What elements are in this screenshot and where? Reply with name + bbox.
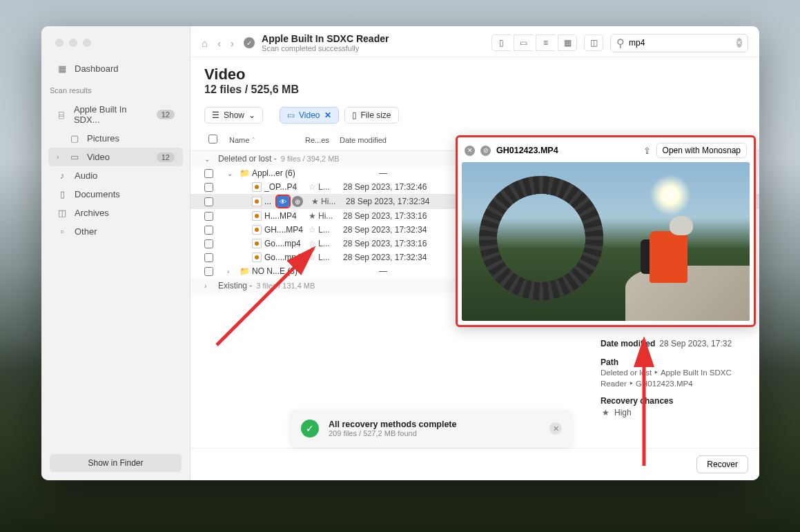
- recovery-chances-value: High: [614, 408, 632, 417]
- panel-toggle-button[interactable]: ◫: [584, 35, 603, 51]
- select-all-checkbox[interactable]: [208, 135, 217, 144]
- home-button[interactable]: ⌂: [202, 37, 208, 49]
- row-checkbox[interactable]: [204, 169, 213, 178]
- sidebar-label: Pictures: [87, 133, 119, 144]
- toast-title: All recovery methods complete: [329, 420, 456, 429]
- bottom-bar: Recover: [191, 448, 759, 480]
- expand-icon[interactable]: ›: [204, 282, 214, 290]
- file-icon: ▫: [57, 226, 68, 237]
- sidebar-label: Audio: [75, 170, 97, 181]
- row-checkbox[interactable]: [204, 197, 213, 206]
- sidebar-item-documents[interactable]: ▯ Documents: [48, 185, 183, 204]
- show-filter-button[interactable]: ☰ Show ⌄: [204, 107, 263, 124]
- count-badge: 12: [157, 152, 175, 162]
- recover-button[interactable]: Recover: [696, 455, 748, 473]
- star-icon: ★: [601, 408, 610, 417]
- web-icon: ⊕: [292, 196, 303, 207]
- preview-filename: GH012423.MP4: [496, 146, 638, 155]
- collapse-icon[interactable]: ⌄: [204, 155, 214, 163]
- star-icon: ☆: [307, 253, 317, 262]
- row-checkbox[interactable]: [204, 267, 213, 276]
- toast-subtitle: 209 files / 527,2 MB found: [329, 429, 456, 437]
- toast-close-button[interactable]: ✕: [549, 422, 562, 435]
- preview-image: [462, 162, 750, 321]
- search-input[interactable]: [629, 38, 732, 48]
- sidebar-item-video[interactable]: › ▭ Video 12: [48, 148, 183, 166]
- sidebar-label: Archives: [75, 208, 109, 218]
- filesize-filter-button[interactable]: ▯ File size: [344, 107, 399, 124]
- video-icon: ▭: [287, 110, 295, 120]
- sidebar-item-other[interactable]: ▫ Other: [48, 222, 183, 241]
- sidebar: ▦ Dashboard Scan results ⌸ Apple Built I…: [41, 26, 191, 480]
- document-icon: ▯: [352, 110, 357, 120]
- star-icon: ☆: [307, 239, 317, 248]
- row-checkbox[interactable]: [204, 239, 213, 248]
- expand-icon[interactable]: ›: [227, 268, 237, 275]
- sidebar-item-dashboard[interactable]: ▦ Dashboard: [48, 59, 183, 78]
- picture-icon: ▢: [69, 133, 80, 144]
- clear-search-button[interactable]: ✕: [736, 38, 742, 48]
- row-checkbox[interactable]: [204, 183, 213, 192]
- column-recovery[interactable]: Re...es: [301, 133, 335, 147]
- file-icon: [251, 197, 263, 206]
- collapse-icon[interactable]: ⌄: [227, 170, 237, 177]
- view-folder-button[interactable]: ▭: [514, 35, 533, 51]
- sidebar-item-audio[interactable]: ♪ Audio: [48, 166, 183, 185]
- sidebar-section-label: Scan results: [41, 81, 190, 97]
- close-window-button[interactable]: [55, 39, 64, 47]
- open-with-button[interactable]: Open with Monosnap: [656, 143, 747, 158]
- success-icon: ✓: [301, 420, 319, 437]
- page-title: Apple Built In SDXC Reader: [262, 33, 485, 44]
- toolbar: ⌂ ‹ › ✓ Apple Built In SDXC Reader Scan …: [191, 26, 759, 57]
- preview-eye-icon[interactable]: 👁: [277, 196, 289, 207]
- sidebar-label: Apple Built In SDX...: [74, 104, 150, 125]
- maximize-window-button[interactable]: [83, 39, 91, 47]
- view-file-button[interactable]: ▯: [491, 35, 511, 51]
- drive-icon: ⌸: [57, 110, 67, 120]
- star-icon: ☆: [307, 182, 317, 192]
- preview-close-button[interactable]: ✕: [465, 146, 475, 156]
- archive-icon: ◫: [57, 208, 68, 218]
- remove-filter-icon[interactable]: ✕: [324, 110, 331, 120]
- star-icon: ★: [307, 211, 317, 221]
- file-icon: [251, 211, 263, 221]
- grid-icon: ▦: [57, 63, 68, 74]
- date-modified-value: 28 Sep 2023, 17:32: [659, 339, 732, 348]
- share-icon[interactable]: ⇪: [643, 146, 651, 156]
- view-list-button[interactable]: ≡: [536, 35, 555, 51]
- document-icon: ▯: [57, 189, 68, 199]
- file-icon: [251, 225, 263, 235]
- window-controls: [41, 26, 190, 57]
- row-checkbox[interactable]: [204, 253, 213, 262]
- sidebar-label: Dashboard: [75, 63, 119, 74]
- sort-icon: ˄: [252, 137, 255, 144]
- view-grid-button[interactable]: ▦: [558, 35, 577, 51]
- file-icon: [251, 239, 263, 248]
- sidebar-item-archives[interactable]: ◫ Archives: [48, 204, 183, 222]
- page-subtitle: Scan completed successfully: [262, 44, 485, 52]
- audio-icon: ♪: [57, 170, 68, 181]
- toast-notification: ✓ All recovery methods complete 209 file…: [290, 410, 573, 447]
- content-title: Video: [204, 66, 745, 83]
- row-checkbox[interactable]: [204, 226, 213, 235]
- sidebar-item-pictures[interactable]: ▢ Pictures: [48, 129, 183, 148]
- folder-icon: 📁: [238, 266, 251, 276]
- recovery-chances-label: Recovery chances: [601, 396, 749, 406]
- back-button[interactable]: ‹: [217, 37, 221, 49]
- column-name[interactable]: Name ˄: [225, 133, 301, 147]
- forward-button[interactable]: ›: [231, 37, 234, 49]
- file-icon: [251, 253, 263, 262]
- show-in-finder-button[interactable]: Show in Finder: [50, 454, 182, 472]
- row-checkbox[interactable]: [204, 212, 213, 221]
- count-badge: 12: [157, 110, 175, 119]
- search-field[interactable]: ⚲ ✕: [610, 34, 748, 52]
- preview-cancel-button[interactable]: ⊘: [480, 146, 491, 156]
- sidebar-label: Documents: [75, 189, 120, 199]
- sidebar-item-device[interactable]: ⌸ Apple Built In SDX... 12: [48, 100, 183, 129]
- content-subtitle: 12 files / 525,6 MB: [204, 83, 745, 96]
- minimize-window-button[interactable]: [69, 39, 77, 47]
- preview-popup: ✕ ⊘ GH012423.MP4 ⇪ Open with Monosnap: [456, 135, 756, 327]
- search-icon: ⚲: [616, 37, 625, 50]
- video-filter-chip[interactable]: ▭ Video ✕: [280, 107, 338, 124]
- sidebar-label: Other: [75, 226, 97, 237]
